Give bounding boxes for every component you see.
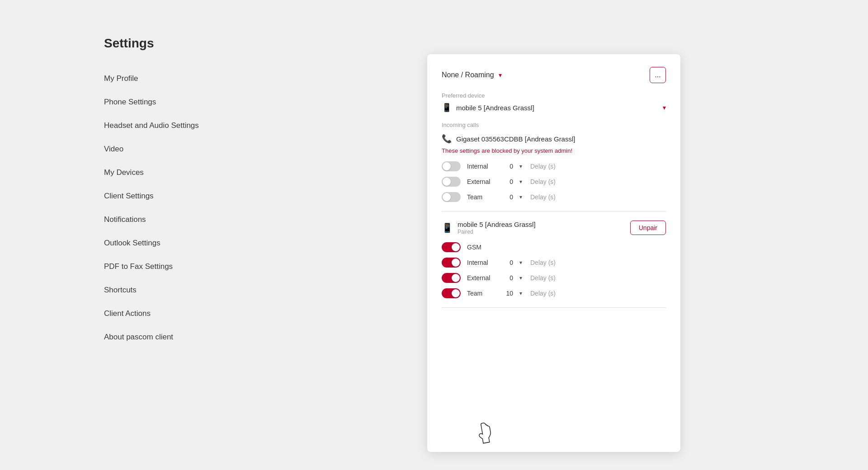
- sidebar-item-client-settings[interactable]: Client Settings: [104, 184, 222, 208]
- device1-name: Gigaset 035563CDBB [Andreas Grassl]: [456, 135, 575, 143]
- device2-header-row: 📱 mobile 5 [Andreas Grassl] Paired Unpai…: [442, 221, 666, 235]
- device1-external-chevron-icon[interactable]: ▾: [519, 179, 522, 185]
- device2-internal-label: Internal: [467, 259, 499, 266]
- device2-team-chevron-icon[interactable]: ▾: [519, 290, 522, 296]
- device2-external-value: 0: [505, 274, 513, 282]
- sidebar-item-phone-settings[interactable]: Phone Settings: [104, 90, 222, 114]
- device2-icon: 📱: [442, 222, 453, 233]
- options-button[interactable]: ...: [650, 67, 666, 83]
- device1-external-label: External: [467, 178, 499, 185]
- device1-team-label: Team: [467, 193, 499, 201]
- device1-internal-value: 0: [505, 163, 513, 170]
- routing-chevron-icon: ▾: [499, 71, 502, 79]
- device1-internal-row: Internal 0 ▾ Delay (s): [442, 161, 666, 171]
- device1-team-row: Team 0 ▾ Delay (s): [442, 192, 666, 202]
- preferred-device-info: 📱 mobile 5 [Andreas Grassl]: [442, 103, 534, 113]
- main-content: None / Roaming ▾ ... Preferred device 📱 …: [240, 0, 868, 470]
- routing-dropdown[interactable]: None / Roaming ▾: [442, 71, 502, 79]
- device-settings-card: None / Roaming ▾ ... Preferred device 📱 …: [427, 54, 680, 452]
- preferred-device-name: mobile 5 [Andreas Grassl]: [456, 104, 534, 112]
- sidebar-item-shortcuts[interactable]: Shortcuts: [104, 278, 222, 302]
- device2-team-row: Team 10 ▾ Delay (s): [442, 288, 666, 298]
- device2-internal-chevron-icon[interactable]: ▾: [519, 259, 522, 266]
- mobile-icon: 📱: [442, 103, 452, 113]
- sidebar-item-notifications[interactable]: Notifications: [104, 208, 222, 231]
- settings-title: Settings: [104, 36, 222, 51]
- device1-external-value: 0: [505, 178, 513, 185]
- sidebar-item-about[interactable]: About pascom client: [104, 325, 222, 349]
- device1-internal-chevron-icon[interactable]: ▾: [519, 163, 522, 169]
- device2-internal-value: 0: [505, 259, 513, 266]
- device2-gsm-label: GSM: [467, 244, 499, 251]
- device2-team-delay: Delay (s): [530, 290, 556, 297]
- device2-team-value: 10: [505, 290, 513, 297]
- device2-internal-row: Internal 0 ▾ Delay (s): [442, 258, 666, 268]
- device2-gsm-toggle[interactable]: [442, 242, 461, 252]
- device2-team-label: Team: [467, 290, 499, 297]
- device2-external-delay: Delay (s): [530, 274, 556, 282]
- device2-external-row: External 0 ▾ Delay (s): [442, 273, 666, 283]
- device2-toggles-container: GSM Internal 0 ▾ Delay (s) External 0 ▾ …: [442, 242, 666, 298]
- device1-team-delay: Delay (s): [530, 193, 556, 201]
- preferred-device-chevron-icon[interactable]: ▾: [663, 104, 666, 111]
- device2-paired-label: Paired: [458, 229, 536, 235]
- device2-external-chevron-icon[interactable]: ▾: [519, 275, 522, 281]
- sidebar-item-my-profile[interactable]: My Profile: [104, 67, 222, 90]
- device1-internal-label: Internal: [467, 163, 499, 170]
- device2-gsm-row: GSM: [442, 242, 666, 252]
- device1-external-row: External 0 ▾ Delay (s): [442, 177, 666, 187]
- device2-external-toggle[interactable]: [442, 273, 461, 283]
- sidebar-item-my-devices[interactable]: My Devices: [104, 161, 222, 184]
- device1-team-toggle[interactable]: [442, 192, 461, 202]
- routing-row: None / Roaming ▾ ...: [442, 67, 666, 83]
- page-container: Settings My Profile Phone Settings Heads…: [0, 0, 868, 470]
- device1-external-delay: Delay (s): [530, 178, 556, 185]
- sidebar-item-headset-audio[interactable]: Headset and Audio Settings: [104, 114, 222, 137]
- device2-name: mobile 5 [Andreas Grassl]: [458, 221, 536, 229]
- blocked-warning: These settings are blocked by your syste…: [442, 147, 666, 154]
- unpair-button[interactable]: Unpair: [630, 221, 666, 235]
- sidebar-item-client-actions[interactable]: Client Actions: [104, 302, 222, 325]
- preferred-device-label: Preferred device: [442, 92, 666, 99]
- device1-team-value: 0: [505, 193, 513, 201]
- device2-text: mobile 5 [Andreas Grassl] Paired: [458, 221, 536, 235]
- device2-team-toggle[interactable]: [442, 288, 461, 298]
- incoming-calls-label: Incoming calls: [442, 122, 666, 128]
- device1-internal-toggle[interactable]: [442, 161, 461, 171]
- sidebar: Settings My Profile Phone Settings Heads…: [0, 0, 240, 470]
- device2-external-label: External: [467, 274, 499, 282]
- separator1: [442, 211, 666, 212]
- device1-team-chevron-icon[interactable]: ▾: [519, 194, 522, 200]
- device1-internal-delay: Delay (s): [530, 163, 556, 170]
- device2-internal-toggle[interactable]: [442, 258, 461, 268]
- sidebar-item-pdf-fax[interactable]: PDF to Fax Settings: [104, 255, 222, 278]
- cursor-pointer: [473, 421, 495, 450]
- sidebar-item-outlook-settings[interactable]: Outlook Settings: [104, 231, 222, 255]
- device1-header: 📞 Gigaset 035563CDBB [Andreas Grassl]: [442, 134, 666, 144]
- separator2: [442, 307, 666, 308]
- device2-internal-delay: Delay (s): [530, 259, 556, 266]
- sidebar-item-video[interactable]: Video: [104, 137, 222, 161]
- phone-icon: 📞: [442, 134, 452, 144]
- preferred-device-row: 📱 mobile 5 [Andreas Grassl] ▾: [442, 103, 666, 113]
- device1-external-toggle[interactable]: [442, 177, 461, 187]
- routing-label: None / Roaming: [442, 71, 494, 79]
- device2-info: 📱 mobile 5 [Andreas Grassl] Paired: [442, 221, 536, 235]
